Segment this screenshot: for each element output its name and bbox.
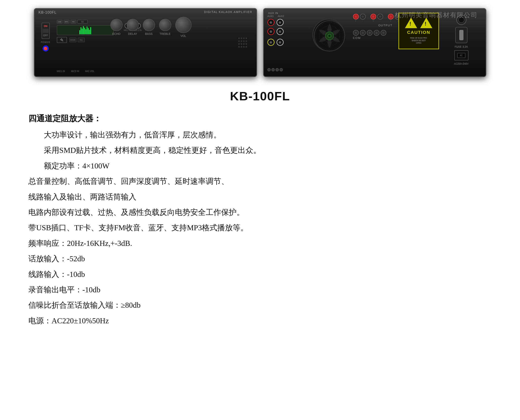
- bottom-terminals-row: [267, 68, 283, 71]
- eq-button[interactable]: EQ: [78, 38, 85, 42]
- tp-label-6: -: [397, 20, 398, 22]
- knob-group-echo: ECHO: [110, 19, 123, 36]
- spec-line-10: 线路输入：-10db: [28, 267, 492, 281]
- vent-hole: [238, 46, 240, 48]
- rca-white-3[interactable]: [277, 39, 284, 46]
- com-term-4: [374, 30, 379, 36]
- vent-hole: [246, 43, 247, 45]
- bluetooth-icon: 🔴: [43, 45, 49, 52]
- com-term-2: [360, 30, 366, 36]
- rca-row-3: [267, 39, 284, 46]
- caution-triangle-right: [420, 18, 432, 28]
- vent-hole: [241, 40, 242, 42]
- rca-white-1[interactable]: [277, 19, 284, 26]
- com-post-2[interactable]: [360, 30, 366, 36]
- terminal-post-red-1[interactable]: [353, 14, 359, 19]
- delay-label: DELAY: [128, 32, 137, 36]
- ac-inlet-label: AC: [460, 54, 463, 57]
- ac-label: AC220~240V: [454, 62, 469, 65]
- aux1-label: AUX1: [267, 15, 274, 18]
- screw-4: [279, 68, 283, 71]
- vol-knob[interactable]: [175, 17, 192, 33]
- tp-label-1: +: [355, 20, 356, 22]
- circular-connector[interactable]: [456, 15, 466, 25]
- treble-knob[interactable]: [159, 19, 171, 31]
- knob-group-bass: BASS: [143, 19, 155, 36]
- sd-slot: SD: [78, 20, 88, 23]
- fuse-area: FUSE 3.2A AC AC220~240V: [441, 15, 482, 65]
- ac-socket[interactable]: AC: [454, 50, 468, 60]
- usb-port: 🔌: [57, 37, 67, 43]
- page-container: KB-100FL DIGITAL KALAOK AMPLIFIER ON OFF…: [0, 0, 520, 420]
- aux2-label: AUX2: [278, 15, 284, 18]
- com-term-5: [381, 30, 386, 36]
- terminal-4: -: [377, 14, 383, 22]
- rca-white-2[interactable]: [277, 28, 284, 35]
- vent-hole: [243, 46, 245, 48]
- circular-connector-inner: [458, 17, 464, 23]
- terminal-post-red-3[interactable]: [388, 14, 394, 19]
- top-divider-line: [34, 16, 256, 17]
- terminal-2: -: [360, 14, 366, 22]
- spec-line-9: 话放输入：-52db: [28, 252, 492, 266]
- vent-row-3: [238, 43, 254, 45]
- rear-panel: 杭州明美音响器材有限公司 AUX IN AUX1 AUX2: [263, 8, 486, 77]
- spec-line-8: 频率响应：20Hz-16KHz,+-3dB.: [28, 236, 492, 250]
- caution-box: CAUTION RISK OF ELECTRICSHOCK DO NOTOPEN: [398, 13, 439, 49]
- treble-label: TREBLE: [159, 32, 171, 36]
- screw-1: [267, 68, 271, 71]
- tp-label-2: -: [362, 20, 363, 22]
- vol-label: VOL: [180, 34, 186, 38]
- ac-inlet: AC: [457, 53, 466, 58]
- caution-triangle-left: [405, 18, 417, 28]
- com-post-5[interactable]: [381, 30, 386, 36]
- display-bars: [79, 26, 91, 34]
- knob-group-treble: TREBLE: [159, 19, 171, 36]
- knobs-area: ECHO DELAY BASS TREBLE VOL: [110, 19, 252, 59]
- front-panel: KB-100FL DIGITAL KALAOK AMPLIFIER ON OFF…: [34, 8, 257, 77]
- front-model-label: KB-100FL: [39, 10, 57, 15]
- power-rocker[interactable]: [43, 29, 49, 33]
- spec-line-13: 电源：AC220±10%50Hz: [28, 314, 492, 328]
- com-term-1: [353, 30, 359, 36]
- vent-holes: [236, 9, 256, 76]
- terminal-spacer: [367, 14, 369, 22]
- spec-line-12: 信噪比折合至话放输入端：≥80db: [28, 298, 492, 312]
- eq-label: EQ: [80, 39, 82, 41]
- tp-label-5: +: [390, 20, 391, 22]
- fan-area: [308, 15, 349, 55]
- terminal-5: +: [388, 14, 394, 22]
- bottom-label-mic2: MIC2 IN: [71, 70, 79, 72]
- bass-knob[interactable]: [143, 19, 155, 31]
- bar-2: [81, 27, 81, 34]
- terminal-post-red-2[interactable]: [371, 14, 376, 19]
- delay-knob[interactable]: [127, 19, 139, 31]
- bar-8: [88, 28, 89, 34]
- vent-hole: [241, 46, 242, 48]
- power-switch[interactable]: ON OFF: [42, 23, 50, 39]
- bar-3: [82, 29, 83, 34]
- mode-button[interactable]: MODE: [69, 38, 77, 42]
- spec-heading: 四通道定阻放大器：: [28, 111, 492, 126]
- vent-hole: [238, 38, 240, 39]
- echo-label: ECHO: [112, 32, 120, 36]
- fuse-holder[interactable]: [455, 27, 467, 43]
- spec-line-7: 带USB插口、TF卡、支持FM收音、蓝牙、支持MP3格式播放等。: [28, 221, 492, 234]
- vent-hole: [241, 43, 242, 45]
- terminal-post-black-1[interactable]: [360, 14, 366, 19]
- fm-icon: FM: [71, 20, 76, 23]
- vent-hole: [238, 43, 240, 45]
- terminal-post-black-2[interactable]: [377, 14, 383, 19]
- rca-yellow[interactable]: [267, 39, 274, 46]
- spec-line-6: 电路内部设有过载、过热、及感性负载反向电势安全工作保护。: [28, 205, 492, 219]
- com-post-4[interactable]: [374, 30, 379, 36]
- com-post-3[interactable]: [367, 30, 373, 36]
- rca-red-1[interactable]: [267, 19, 274, 26]
- echo-knob[interactable]: [110, 19, 123, 31]
- vent-row-4: [238, 46, 254, 48]
- rca-row-2: [267, 28, 284, 35]
- spec-line-11: 录音输出电平：-10db: [28, 283, 492, 297]
- bar-5: [84, 28, 85, 34]
- rca-red-2[interactable]: [267, 28, 274, 35]
- com-post-1[interactable]: [353, 30, 359, 36]
